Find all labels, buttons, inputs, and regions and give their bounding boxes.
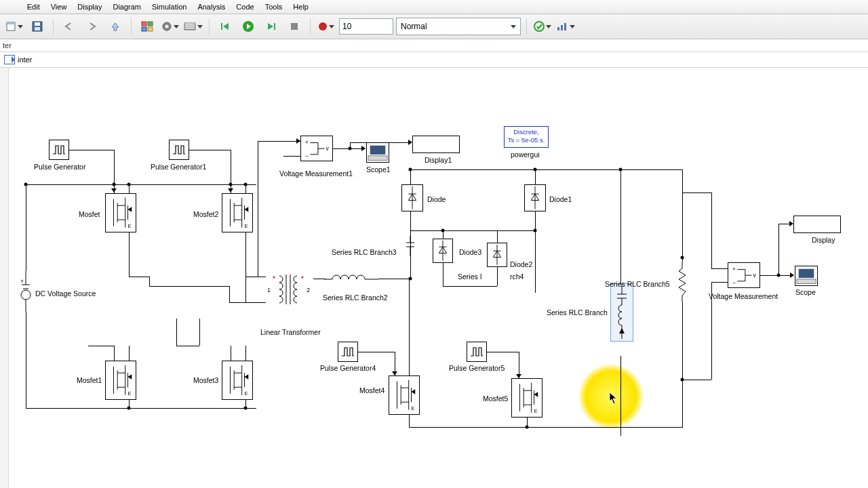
simulation-mode-label: Normal	[401, 22, 427, 31]
powergui-line1: Discrete,	[505, 128, 548, 136]
wire	[229, 302, 266, 303]
svg-marker-96	[619, 328, 625, 333]
step-forward-button[interactable]	[261, 17, 281, 36]
wire	[620, 356, 621, 436]
menu-simulation[interactable]: Simulation	[152, 3, 186, 11]
pulse-generator1-block[interactable]	[169, 140, 189, 160]
forward-button[interactable]	[82, 17, 102, 36]
diode2-block[interactable]	[487, 243, 507, 267]
wire	[245, 346, 246, 361]
step-back-button[interactable]	[215, 17, 235, 36]
node-dot	[526, 426, 529, 429]
wire	[497, 230, 498, 243]
svg-text:+: +	[20, 278, 24, 285]
model-subtitle: ter	[0, 39, 868, 52]
record-button[interactable]	[316, 17, 336, 36]
diode1-label: Diode1	[549, 195, 572, 203]
voltage-measurement1-block[interactable]: +−v	[300, 136, 333, 161]
update-diagram-button[interactable]	[532, 17, 553, 36]
model-canvas[interactable]: Discrete, Ts = 5e-05 s. powergui Pulse G…	[0, 68, 868, 488]
pulse-generator-label: Pulse Generator	[34, 163, 85, 171]
svg-rect-18	[291, 23, 298, 30]
stop-button[interactable]	[284, 17, 304, 36]
diode1-block[interactable]	[524, 184, 546, 211]
svg-rect-15	[221, 23, 222, 30]
voltage-measurement-block[interactable]: +−v	[728, 262, 760, 288]
back-button[interactable]	[59, 17, 79, 36]
wire	[189, 150, 231, 150]
simulation-mode-select[interactable]: Normal	[396, 18, 521, 35]
build-button[interactable]	[555, 17, 576, 36]
menu-view[interactable]: View	[51, 3, 67, 11]
svg-text:2: 2	[307, 287, 310, 293]
diode3-block[interactable]	[433, 239, 453, 263]
svg-rect-8	[148, 27, 153, 31]
run-button[interactable]	[238, 17, 258, 36]
diode3-label: Diode3	[459, 248, 481, 256]
caret-icon	[511, 25, 516, 28]
model-icon[interactable]	[4, 55, 15, 64]
svg-rect-27	[370, 146, 386, 155]
save-button[interactable]	[27, 17, 47, 36]
node-dot	[229, 183, 233, 186]
menu-diagram[interactable]: Diagram	[113, 3, 141, 11]
model-config-button[interactable]	[160, 17, 180, 36]
mosfet5-block[interactable]: E	[511, 378, 542, 418]
pulse-generator4-block[interactable]	[338, 342, 358, 362]
menu-tools[interactable]: Tools	[265, 3, 283, 11]
scope-label: Scope	[795, 288, 816, 296]
pulse-generator1-label: Pulse Generator1	[151, 163, 206, 171]
mosfet4-block[interactable]: E	[389, 375, 420, 415]
rlc-branch5-block[interactable]	[677, 262, 687, 302]
powergui-label: powergui	[511, 150, 540, 159]
pulse-generator-block[interactable]	[49, 140, 69, 160]
diode2-label: Diode2	[510, 260, 532, 268]
scope-block[interactable]	[795, 266, 818, 286]
breadcrumb-label[interactable]: inter	[18, 56, 32, 64]
mosfet3-block[interactable]: E	[222, 361, 253, 400]
mosfet-block[interactable]: E	[105, 193, 136, 232]
model-explorer-button[interactable]	[183, 17, 203, 36]
caret-icon	[570, 25, 575, 28]
wire	[620, 169, 682, 170]
wire	[245, 232, 246, 302]
linear-transformer-label: Linear Transformer	[260, 328, 321, 336]
caret-icon	[197, 25, 203, 28]
wire	[149, 286, 229, 287]
powergui-block[interactable]: Discrete, Ts = 5e-05 s.	[504, 126, 549, 148]
canvas-palette[interactable]	[0, 68, 9, 488]
library-browser-button[interactable]	[137, 17, 157, 36]
rlc-branch2-block[interactable]	[324, 272, 378, 286]
rlc-branch-block[interactable]	[616, 285, 628, 339]
pulse-generator5-block[interactable]	[467, 342, 487, 362]
menu-display[interactable]: Display	[77, 3, 102, 11]
linear-transformer-block[interactable]: 12	[266, 269, 315, 310]
wire	[682, 302, 683, 427]
new-model-button[interactable]	[4, 17, 24, 36]
arrow-icon	[392, 371, 397, 375]
pulse-generator4-label: Pulse Generator4	[320, 364, 376, 372]
wire	[114, 346, 115, 361]
menu-edit[interactable]: Edit	[27, 3, 40, 11]
mosfet2-block[interactable]: E	[222, 193, 253, 232]
mosfet1-block[interactable]: E	[105, 361, 136, 400]
stop-time-input[interactable]	[339, 18, 393, 35]
wire	[409, 279, 410, 375]
display1-block[interactable]	[412, 136, 460, 153]
wire	[535, 169, 536, 184]
dc-source-block[interactable]: +	[20, 271, 31, 312]
display-block[interactable]	[793, 216, 841, 233]
menu-code[interactable]: Code	[236, 3, 254, 11]
wire	[333, 148, 361, 149]
menu-help[interactable]: Help	[293, 3, 309, 11]
diode-block[interactable]	[401, 184, 423, 211]
svg-point-32	[21, 290, 31, 300]
up-button[interactable]	[105, 17, 125, 36]
node-dot	[127, 407, 131, 410]
scope1-block[interactable]	[366, 142, 389, 163]
wire	[409, 415, 410, 427]
arrow-icon	[516, 374, 521, 378]
menu-analysis[interactable]: Analysis	[197, 3, 225, 11]
wire	[199, 319, 200, 346]
mosfet4-label: Mosfet4	[359, 386, 384, 394]
